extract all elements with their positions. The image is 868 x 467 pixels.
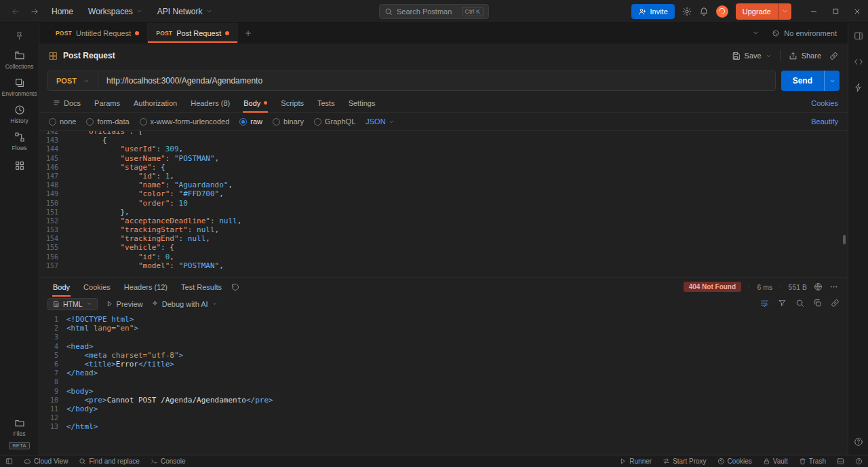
send-options-chevron[interactable] xyxy=(824,71,840,91)
trash-button[interactable]: Trash xyxy=(799,457,826,465)
runner-button[interactable]: Runner xyxy=(619,457,652,465)
code-line[interactable]: 8 xyxy=(39,377,848,386)
editor-scrollbar-thumb[interactable] xyxy=(843,235,846,244)
request-tab-post-request[interactable]: POST Post Request xyxy=(148,23,238,43)
statusbar-panel-icon[interactable] xyxy=(5,457,13,465)
sidebar-item-more[interactable] xyxy=(0,155,39,176)
request-body-editor[interactable]: 142 "oficiais": [143 {144 "userId": 309,… xyxy=(39,131,848,277)
tab-scripts[interactable]: Scripts xyxy=(274,94,311,112)
tab-authorization[interactable]: Authorization xyxy=(127,94,184,112)
tab-tests[interactable]: Tests xyxy=(311,94,342,112)
response-format-select[interactable]: HTML xyxy=(47,298,98,310)
forward-icon[interactable] xyxy=(26,3,43,20)
link-icon[interactable] xyxy=(831,299,840,309)
tab-docs[interactable]: Docs xyxy=(46,94,87,112)
code-line[interactable]: 150 "order": 10 xyxy=(39,199,848,208)
body-type-none[interactable]: none xyxy=(49,117,76,126)
help-icon[interactable] xyxy=(854,437,863,448)
back-icon[interactable] xyxy=(7,3,24,20)
code-line[interactable]: 155 "vehicle": { xyxy=(39,243,848,252)
cloud-view-button[interactable]: Cloud View xyxy=(24,457,68,465)
bottom-panel-icon[interactable] xyxy=(837,457,844,465)
response-history-icon[interactable] xyxy=(231,283,239,291)
code-line[interactable]: 142 "oficiais": [ xyxy=(39,131,848,136)
response-tab-headers[interactable]: Headers (12) xyxy=(117,278,174,296)
code-line[interactable]: 2<html lang="en"> xyxy=(39,324,848,333)
sidebar-item-environments[interactable]: Environments xyxy=(0,73,39,100)
bolt-icon[interactable] xyxy=(854,83,863,94)
code-line[interactable]: 144 "userId": 309, xyxy=(39,145,848,153)
beautify-link[interactable]: Beautify xyxy=(811,117,838,126)
wrap-lines-icon[interactable] xyxy=(760,299,769,309)
response-tab-cookies[interactable]: Cookies xyxy=(77,278,117,296)
sidebar-item-collections[interactable]: Collections xyxy=(0,46,39,73)
request-tab-untitled[interactable]: POST Untitled Request xyxy=(47,23,148,43)
copy-icon[interactable] xyxy=(813,299,822,309)
nav-workspaces[interactable]: Workspaces xyxy=(81,3,149,20)
code-line[interactable]: 149 "color": "#FFD700", xyxy=(39,189,848,198)
debug-with-ai-button[interactable]: Debug with AI xyxy=(151,300,218,308)
code-line[interactable]: 157 "model": "POSTMAN", xyxy=(39,261,848,270)
console-button[interactable]: Console xyxy=(151,457,186,465)
sidebar-item-flows[interactable]: Flows xyxy=(0,128,39,155)
body-type-binary[interactable]: binary xyxy=(273,117,304,126)
tab-settings[interactable]: Settings xyxy=(342,94,382,112)
vault-button[interactable]: Vault xyxy=(763,457,788,465)
cookies-button[interactable]: Cookies xyxy=(717,457,752,465)
postman-agent-icon[interactable] xyxy=(716,5,728,18)
pin-sidebar-icon[interactable] xyxy=(15,27,24,43)
start-proxy-button[interactable]: Start Proxy xyxy=(663,457,706,465)
upgrade-button[interactable]: Upgrade xyxy=(736,3,791,20)
chevron-down-icon[interactable] xyxy=(778,3,791,20)
code-line[interactable]: 152 "acceptanceDeadline": null, xyxy=(39,217,848,225)
close-button[interactable] xyxy=(846,0,868,23)
response-tab-body[interactable]: Body xyxy=(46,278,77,296)
raw-format-select[interactable]: JSON xyxy=(366,117,394,126)
method-select[interactable]: POST xyxy=(48,71,98,90)
code-line[interactable]: 154 "trackingEnd": null, xyxy=(39,234,848,243)
new-tab-button[interactable] xyxy=(238,23,258,43)
code-line[interactable]: 151 }, xyxy=(39,208,848,217)
code-line[interactable]: 3 xyxy=(39,333,848,341)
code-line[interactable]: 13</html> xyxy=(39,422,848,431)
tab-params[interactable]: Params xyxy=(87,94,127,112)
tab-list-chevron-icon[interactable] xyxy=(752,29,760,37)
code-line[interactable]: 148 "name": "Aguardando", xyxy=(39,181,848,189)
filter-icon[interactable] xyxy=(778,299,787,309)
layout-panel-icon[interactable] xyxy=(854,31,863,42)
code-snippet-icon[interactable] xyxy=(854,57,863,68)
cookies-link[interactable]: Cookies xyxy=(811,99,841,107)
code-line[interactable]: 156 "id": 0, xyxy=(39,253,848,261)
code-line[interactable]: 147 "id": 1, xyxy=(39,172,848,181)
save-button[interactable]: Save xyxy=(732,52,772,60)
environment-selector[interactable]: No environment xyxy=(768,27,841,39)
code-line[interactable]: 10 <pre>Cannot POST /Agenda/Agendamento<… xyxy=(39,396,848,405)
tab-headers[interactable]: Headers (8) xyxy=(184,94,237,112)
help-circle-icon[interactable] xyxy=(855,457,863,465)
code-line[interactable]: 6 <title>Error</title> xyxy=(39,360,848,369)
send-button[interactable]: Send xyxy=(781,71,840,91)
share-button[interactable]: Share xyxy=(789,52,821,60)
code-line[interactable]: 145 "userName": "POSTMAN", xyxy=(39,154,848,163)
code-line[interactable]: 146 "stage": { xyxy=(39,163,848,172)
response-tab-test-results[interactable]: Test Results xyxy=(174,278,229,296)
body-type-form-data[interactable]: form-data xyxy=(86,117,129,126)
invite-button[interactable]: Invite xyxy=(631,4,675,19)
network-globe-icon[interactable] xyxy=(814,282,823,291)
body-type-raw[interactable]: raw xyxy=(239,117,262,126)
maximize-button[interactable] xyxy=(825,0,846,23)
url-input[interactable]: http://localhost:3000/Agenda/Agendamento xyxy=(98,76,271,86)
response-body-viewer[interactable]: 1<!DOCTYPE html>2<html lang="en">34<head… xyxy=(39,312,848,455)
nav-api-network[interactable]: API Network xyxy=(151,3,219,20)
settings-gear-icon[interactable] xyxy=(682,7,692,16)
search-in-response-icon[interactable] xyxy=(795,299,804,309)
sidebar-item-files[interactable]: Files xyxy=(0,413,39,441)
sidebar-item-history[interactable]: History xyxy=(0,100,39,128)
minimize-button[interactable] xyxy=(803,0,825,23)
code-line[interactable]: 4<head> xyxy=(39,342,848,351)
notifications-bell-icon[interactable] xyxy=(699,7,709,16)
nav-home[interactable]: Home xyxy=(45,3,80,20)
copy-link-button[interactable] xyxy=(829,52,838,60)
more-options-icon[interactable] xyxy=(829,282,838,291)
code-line[interactable]: 7</head> xyxy=(39,369,848,377)
